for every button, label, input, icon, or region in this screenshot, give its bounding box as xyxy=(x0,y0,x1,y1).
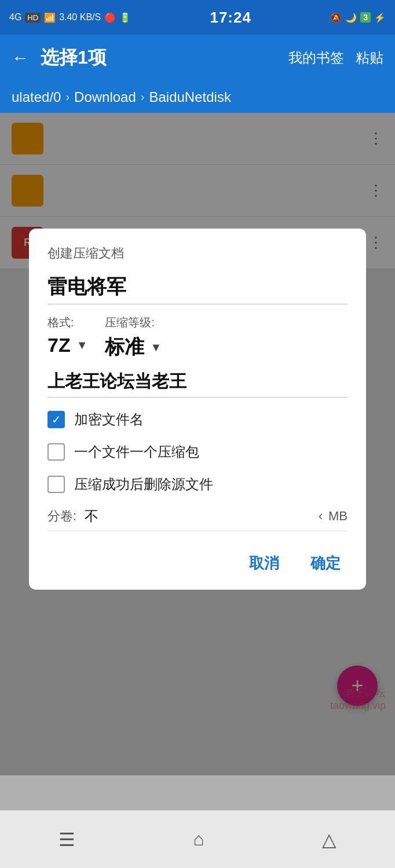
split-input[interactable] xyxy=(85,508,313,524)
one-file-one-archive-label: 一个文件一个压缩包 xyxy=(74,443,199,461)
encrypt-filename-row: ✓ 加密文件名 xyxy=(47,410,348,429)
encrypt-filename-checkbox[interactable]: ✓ xyxy=(47,411,65,428)
breadcrumb-sep-0: › xyxy=(65,90,70,104)
charging-icon: ⚡ xyxy=(374,12,386,23)
delete-source-label: 压缩成功后删除源文件 xyxy=(74,475,213,494)
breadcrumb-sep-1: › xyxy=(141,90,145,104)
format-value: 7Z xyxy=(47,334,71,356)
level-label: 压缩等级: xyxy=(105,315,162,330)
format-row: 格式: 7Z ▼ 压缩等级: 标准 ▼ xyxy=(47,315,348,361)
split-arrow-icon[interactable]: ‹ xyxy=(319,509,323,524)
silent-icon: 🔕 xyxy=(330,12,342,23)
delete-source-row: 压缩成功后删除源文件 xyxy=(47,475,348,494)
status-bar: 4G HD 📶 3.40 KB/S 🔴 🔋 17:24 🔕 🌙 3 ⚡ xyxy=(0,0,395,35)
format-label: 格式: xyxy=(47,315,87,330)
check-icon: ✓ xyxy=(52,414,61,425)
level-value: 标准 xyxy=(105,334,144,361)
confirm-button[interactable]: 确定 xyxy=(303,549,348,578)
format-dropdown-arrow: ▼ xyxy=(76,339,88,352)
page-title: 选择1项 xyxy=(41,45,277,71)
dialog-actions: 取消 确定 xyxy=(47,549,348,578)
dialog-title: 创建压缩文档 xyxy=(47,245,348,262)
status-left: 4G HD 📶 3.40 KB/S 🔴 🔋 xyxy=(9,12,131,23)
password-input[interactable]: 上老王论坛当老王 xyxy=(47,370,348,393)
battery-icon: 🔋 xyxy=(119,12,131,23)
cancel-button[interactable]: 取消 xyxy=(242,549,286,578)
sim-icon: 🔴 xyxy=(104,12,116,23)
archive-filename-input[interactable]: 雷电将军 xyxy=(47,274,348,300)
breadcrumb-part-0[interactable]: ulated/0 xyxy=(12,89,61,105)
moon-icon: 🌙 xyxy=(345,12,357,23)
battery-level: 3 xyxy=(360,12,371,23)
paste-button[interactable]: 粘贴 xyxy=(356,49,383,67)
signal-icon: 4G xyxy=(9,12,21,23)
back-nav-icon[interactable]: △ xyxy=(322,829,337,851)
split-unit: MB xyxy=(328,509,348,524)
format-group: 格式: 7Z ▼ xyxy=(47,315,87,356)
level-select[interactable]: 标准 ▼ xyxy=(105,334,162,361)
menu-icon[interactable]: ☰ xyxy=(58,829,75,851)
one-file-one-archive-checkbox[interactable] xyxy=(47,443,65,461)
wifi-icon: 📶 xyxy=(44,12,56,23)
bottom-nav: ☰ ⌂ △ xyxy=(0,810,395,868)
encrypt-filename-label: 加密文件名 xyxy=(74,410,144,429)
level-group: 压缩等级: 标准 ▼ xyxy=(105,315,162,361)
home-icon[interactable]: ⌂ xyxy=(193,829,204,850)
level-dropdown-arrow: ▼ xyxy=(150,341,162,354)
hd-badge: HD xyxy=(25,13,41,23)
back-button[interactable]: ← xyxy=(12,48,29,68)
speed-text: 3.40 KB/S xyxy=(59,12,101,23)
split-label: 分卷: xyxy=(47,507,76,525)
toolbar: ← 选择1项 我的书签 粘贴 xyxy=(0,35,395,81)
breadcrumb-part-2[interactable]: BaiduNetdisk xyxy=(149,89,231,105)
format-select[interactable]: 7Z ▼ xyxy=(47,334,87,356)
bookmarks-button[interactable]: 我的书签 xyxy=(288,49,344,67)
breadcrumb: ulated/0 › Download › BaiduNetdisk xyxy=(0,81,395,113)
file-list: ⋮ ⋮ R ⋮ 创建压缩文档 雷电将军 格式: 7Z ▼ 压缩等级: xyxy=(0,113,395,775)
status-right: 🔕 🌙 3 ⚡ xyxy=(330,12,386,23)
one-file-one-archive-row: 一个文件一个压缩包 xyxy=(47,443,348,461)
create-archive-dialog: 创建压缩文档 雷电将军 格式: 7Z ▼ 压缩等级: 标准 ▼ 上老王论坛当老王 xyxy=(29,229,366,590)
split-volume-row: 分卷: ‹ MB xyxy=(47,507,348,531)
delete-source-checkbox[interactable] xyxy=(47,476,65,493)
breadcrumb-part-1[interactable]: Download xyxy=(74,89,136,105)
clock: 17:24 xyxy=(210,9,251,27)
